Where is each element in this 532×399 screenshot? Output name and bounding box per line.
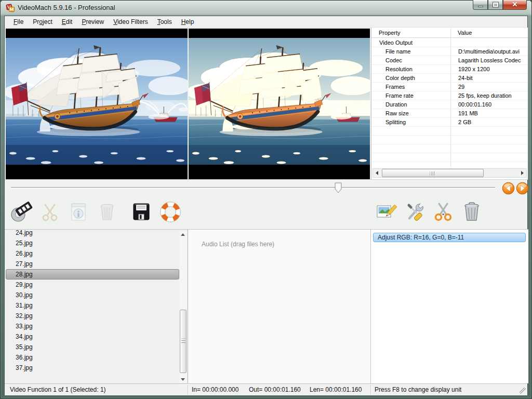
delete-button-disabled[interactable] [96,201,118,223]
seek-slider-track[interactable] [11,187,495,189]
file-item[interactable]: 31.jpg [6,300,179,311]
edit-image-button[interactable] [375,201,397,223]
save-button[interactable] [130,201,153,223]
menu-bar: FileProjectEditPreviewVideo FiltersTools… [5,16,527,28]
cut-icon [38,201,61,223]
file-item[interactable]: 26.jpg [6,248,179,259]
edit-image-icon [375,201,397,223]
help-button[interactable] [159,201,182,223]
function-list-panel: Adjust RGB: R=16, G=0, B=-11 [370,229,528,383]
property-row[interactable]: Splitting2 GB [371,118,528,127]
next-frame-button[interactable] [516,182,529,195]
menu-preview[interactable]: Preview [77,17,109,26]
file-items: 24.jpg25.jpg26.jpg27.jpg28.jpg29.jpg30.j… [6,229,179,373]
property-row[interactable]: Color depth24-bit [371,74,528,83]
status-video-function: Video Function 1 of 1 (Selected: 1) [10,386,106,393]
property-header-label: Property [379,30,401,36]
property-row[interactable]: File nameD:\multimedia\output.avi [371,47,528,56]
file-item[interactable]: 34.jpg [6,331,179,342]
property-hscrollbar[interactable] [373,168,527,178]
property-rows: Video OutputFile nameD:\multimedia\outpu… [371,38,528,127]
property-row[interactable]: Video Output [371,38,528,47]
property-row[interactable]: Raw size191 MB [371,109,528,118]
status-length-time: Len= 00:00:01.160 [310,386,362,393]
property-row[interactable]: Duration00:00:01.160 [371,100,528,109]
property-row[interactable]: Frames29 [371,83,528,91]
vscroll-thumb[interactable] [180,310,187,373]
function-item-adjust-rgb[interactable]: Adjust RGB: R=16, G=0, B=-11 [373,233,526,242]
status-divider [188,385,188,394]
control-band [5,179,527,229]
property-row[interactable]: Resolution1920 x 1200 [371,65,528,74]
status-divider [370,385,371,394]
file-item[interactable]: 28.jpg [6,269,179,280]
file-item[interactable]: 36.jpg [6,352,179,363]
preview-filtered [189,29,370,179]
help-lifering-icon [159,201,182,223]
file-list-scrollbar[interactable] [179,231,187,383]
save-icon [130,201,153,223]
menu-video-filters[interactable]: Video Filters [109,17,152,26]
open-media-button[interactable] [10,201,33,223]
status-out-time: Out= 00:00:01.160 [249,386,301,393]
hscroll-thumb[interactable] [382,169,484,177]
tools-button[interactable] [404,201,427,223]
file-item[interactable]: 25.jpg [6,238,179,248]
property-panel: Property Value Video OutputFile nameD:\m… [371,28,528,180]
scroll-up-arrow-icon[interactable] [179,231,187,238]
property-row[interactable]: Frame rate25 fps, keep duration [371,91,528,100]
status-in-time: In= 00:00:00.000 [192,386,238,393]
previous-frame-button[interactable] [502,182,515,195]
scroll-down-arrow-icon[interactable] [179,376,187,383]
scroll-left-arrow-icon[interactable] [373,169,381,177]
file-item[interactable]: 32.jpg [6,311,179,321]
menu-project[interactable]: Project [28,17,57,26]
scroll-right-arrow-icon[interactable] [518,169,526,177]
cut-button-disabled[interactable] [38,201,61,223]
cut-function-button[interactable] [432,201,455,223]
maximize-button[interactable] [488,0,503,10]
property-row[interactable]: CodecLagarith Lossless Codec [371,56,528,65]
file-item[interactable]: 30.jpg [6,290,179,300]
window-title: VideoMach 5.9.16 - Professional [18,4,115,11]
close-button[interactable]: ✕ [503,0,527,10]
minimize-button[interactable] [473,0,488,10]
title-bar[interactable]: VideoMach 5.9.16 - Professional ✕ [0,0,532,16]
menu-edit[interactable]: Edit [57,17,77,26]
file-item[interactable]: 27.jpg [6,259,179,269]
status-hint: Press F8 to change display unit [375,386,461,393]
info-icon [67,201,90,223]
preview-original [6,29,188,179]
menu-tools[interactable]: Tools [153,17,177,26]
delete-icon [96,201,118,223]
trash-icon [460,201,483,223]
audio-list-panel[interactable]: Audio List (drag files here) [188,229,370,383]
minimize-icon [478,6,483,7]
menu-file[interactable]: File [9,17,28,26]
menu-help[interactable]: Help [177,17,199,26]
property-table-header: Property Value [371,28,528,38]
videomach-window: VideoMach 5.9.16 - Professional ✕ FilePr… [0,0,532,399]
preview-original-image [6,38,188,165]
tools-icon [404,201,427,223]
file-item[interactable]: 24.jpg [6,229,179,238]
video-file-list: 24.jpg25.jpg26.jpg27.jpg28.jpg29.jpg30.j… [5,229,188,383]
file-item[interactable]: 35.jpg [6,342,179,352]
file-item[interactable]: 29.jpg [6,280,179,290]
app-icon [6,3,15,12]
value-header-label: Value [458,30,472,36]
info-button-disabled[interactable] [67,201,90,223]
open-media-icon [10,201,33,223]
maximize-icon [493,3,498,7]
cut-scissors-icon [432,201,455,223]
audio-list-placeholder: Audio List (drag files here) [202,241,274,248]
file-item[interactable]: 33.jpg [6,321,179,331]
file-item[interactable]: 37.jpg [6,363,179,373]
property-empty-grid [371,127,528,167]
preview-filtered-image [189,38,370,165]
resize-grip[interactable] [520,388,526,394]
status-bar: Video Function 1 of 1 (Selected: 1) In= … [5,383,527,395]
close-icon: ✕ [503,1,526,8]
seek-slider-thumb[interactable] [334,182,342,194]
delete-function-button[interactable] [460,201,483,223]
